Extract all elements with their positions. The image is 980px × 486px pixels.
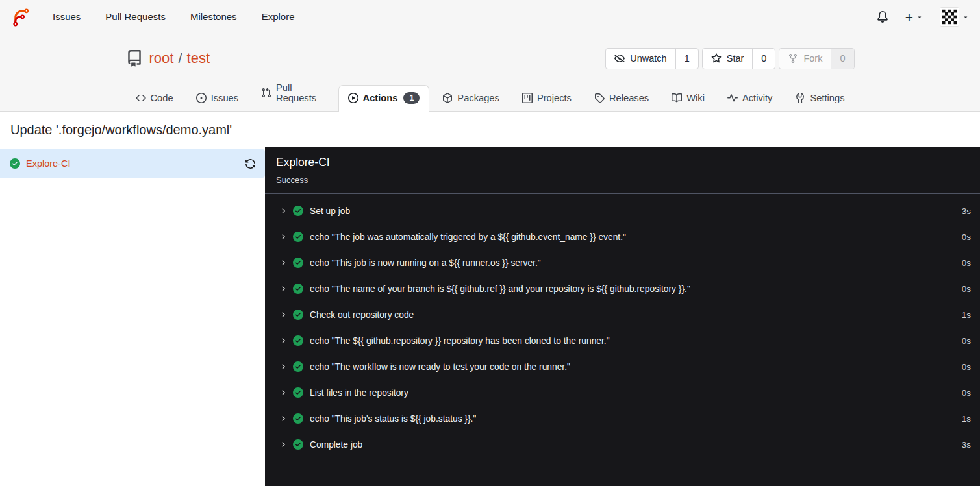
chevron-right-icon: [279, 337, 287, 345]
step-name: echo "The job was automatically triggere…: [310, 232, 626, 242]
tab-packages[interactable]: Packages: [433, 86, 509, 111]
step-name: echo "The workflow is now ready to test …: [310, 362, 570, 372]
tab-code[interactable]: Code: [126, 86, 183, 111]
unwatch-label: Unwatch: [630, 53, 666, 64]
repo-icon: [126, 50, 143, 67]
create-new-button[interactable]: +: [905, 10, 923, 24]
job-log-header: Explore-CI Success: [265, 147, 980, 193]
sync-icon: [245, 158, 256, 169]
nav-issues[interactable]: Issues: [40, 0, 93, 34]
job-item-explore-ci[interactable]: Explore-CI: [0, 149, 265, 178]
tab-activity[interactable]: Activity: [718, 86, 783, 111]
watchers-count[interactable]: 1: [675, 49, 698, 69]
step-success-icon: [293, 284, 303, 294]
tab-pull-requests[interactable]: Pull Requests: [251, 75, 334, 111]
stars-count[interactable]: 0: [752, 49, 775, 69]
step-row[interactable]: echo "This job's status is ${{ job.statu…: [265, 406, 980, 431]
repo-owner-link[interactable]: root: [149, 50, 174, 67]
step-success-icon: [293, 413, 303, 424]
tab-issues[interactable]: Issues: [186, 86, 248, 111]
unwatch-button[interactable]: Unwatch 1: [605, 48, 699, 69]
star-button[interactable]: Star 0: [702, 48, 776, 69]
step-row[interactable]: List files in the repository 0s: [265, 380, 980, 406]
forgejo-actions-page: Issues Pull Requests Milestones Explore …: [0, 0, 980, 486]
tab-issues-label: Issues: [211, 93, 238, 103]
code-icon: [136, 93, 146, 103]
chevron-right-icon: [279, 441, 287, 448]
chevron-right-icon: [279, 207, 287, 215]
tools-icon: [795, 93, 805, 103]
step-success-icon: [293, 258, 303, 268]
run-view: Update '.forgejo/workflows/demo.yaml' Ex…: [0, 112, 980, 486]
nav-milestones[interactable]: Milestones: [178, 0, 249, 34]
tab-projects[interactable]: Projects: [512, 86, 581, 111]
repo-title-row: root / test Unwatch 1 Star 0: [126, 34, 855, 70]
step-duration: 0s: [951, 232, 971, 242]
rerun-job-button[interactable]: [245, 158, 256, 169]
step-row[interactable]: Complete job 3s: [265, 431, 980, 457]
nav-explore[interactable]: Explore: [249, 0, 307, 34]
step-name: echo "This job is now running on a ${{ r…: [310, 258, 541, 268]
tab-activity-label: Activity: [742, 93, 773, 103]
pulse-icon: [727, 93, 738, 103]
step-row[interactable]: echo "The workflow is now ready to test …: [265, 354, 980, 380]
step-success-icon: [293, 361, 303, 372]
step-duration: 3s: [951, 440, 971, 450]
step-duration: 1s: [951, 310, 971, 320]
repo-action-buttons: Unwatch 1 Star 0 Fork 0: [605, 48, 854, 69]
chevron-right-icon: [279, 285, 287, 293]
chevron-down-icon: [962, 14, 969, 20]
navbar-links: Issues Pull Requests Milestones Explore: [40, 0, 307, 34]
step-name: echo "This job's status is ${{ job.statu…: [310, 414, 476, 424]
job-status: Success: [276, 175, 969, 185]
run-layout: Explore-CI Explore-CI Success Set up job…: [0, 147, 980, 486]
job-log-panel: Explore-CI Success Set up job 3s echo "T…: [265, 147, 980, 486]
step-name: Check out repository code: [310, 310, 414, 320]
step-duration: 0s: [951, 336, 971, 346]
actions-count-badge: 1: [403, 92, 420, 104]
fork-label: Fork: [803, 53, 822, 64]
step-list: Set up job 3s echo "The job was automati…: [265, 194, 980, 461]
tab-pull-requests-label: Pull Requests: [276, 82, 325, 103]
step-row[interactable]: Set up job 3s: [265, 198, 980, 224]
star-icon: [711, 53, 722, 64]
step-row[interactable]: echo "The ${{ github.repository }} repos…: [265, 328, 980, 354]
step-duration: 0s: [951, 362, 971, 372]
repo-header: root / test Unwatch 1 Star 0: [0, 34, 980, 112]
user-menu[interactable]: [940, 7, 969, 27]
notifications-button[interactable]: [877, 11, 888, 23]
step-success-icon: [293, 387, 303, 398]
navbar-right: +: [877, 7, 969, 27]
step-success-icon: [293, 206, 303, 216]
step-success-icon: [293, 232, 303, 242]
job-success-icon: [10, 158, 20, 169]
chevron-right-icon: [279, 259, 287, 267]
fork-button: Fork 0: [779, 48, 854, 69]
book-icon: [672, 93, 682, 103]
repo-breadcrumb: root / test: [149, 50, 210, 67]
tab-releases[interactable]: Releases: [584, 86, 659, 111]
nav-pull-requests[interactable]: Pull Requests: [93, 0, 178, 34]
step-row[interactable]: Check out repository code 1s: [265, 302, 980, 328]
bell-icon: [877, 11, 888, 23]
forgejo-logo-icon: [11, 7, 31, 27]
step-row[interactable]: echo "This job is now running on a ${{ r…: [265, 250, 980, 276]
git-pull-request-icon: [261, 88, 271, 98]
repo-name-link[interactable]: test: [187, 50, 210, 67]
tab-actions[interactable]: Actions 1: [338, 85, 430, 112]
step-name: Set up job: [310, 206, 350, 216]
tab-settings[interactable]: Settings: [785, 86, 854, 111]
tab-wiki[interactable]: Wiki: [662, 86, 714, 111]
forgejo-logo[interactable]: [11, 7, 31, 27]
step-row[interactable]: echo "The name of your branch is ${{ git…: [265, 276, 980, 302]
step-name: List files in the repository: [310, 388, 408, 398]
step-duration: 3s: [951, 206, 971, 216]
project-icon: [522, 93, 533, 103]
tab-settings-label: Settings: [810, 93, 844, 103]
issue-opened-icon: [196, 93, 207, 103]
page-title: Update '.forgejo/workflows/demo.yaml': [0, 112, 980, 147]
tab-code-label: Code: [151, 93, 173, 103]
step-row[interactable]: echo "The job was automatically triggere…: [265, 224, 980, 250]
job-title: Explore-CI: [276, 156, 969, 169]
eye-slash-icon: [614, 53, 625, 64]
